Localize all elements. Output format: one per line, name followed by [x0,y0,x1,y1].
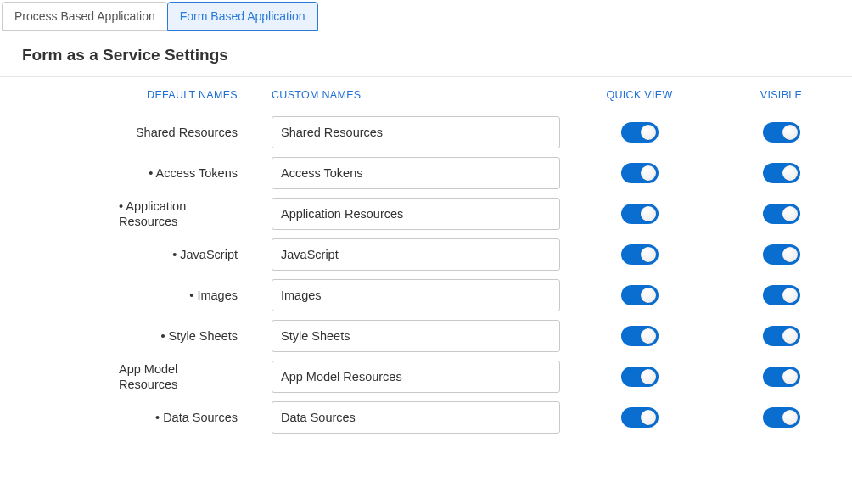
quick-view-cell [569,244,710,265]
quick-view-cell [569,204,710,224]
toggle-knob [782,328,798,344]
visible-cell [710,407,852,428]
toggle-knob [641,206,656,221]
visible-toggle[interactable] [763,204,800,224]
column-header-custom-names: CUSTOM NAMES [272,89,569,108]
column-header-quick-view: QUICK VIEW [569,89,710,108]
default-name-label: • Data Sources [155,410,238,425]
visible-toggle[interactable] [763,163,800,183]
tab-form-based-application[interactable]: Form Based Application [167,2,318,31]
quick-view-toggle[interactable] [621,244,659,265]
quick-view-toggle[interactable] [621,367,659,387]
quick-view-cell [569,163,710,183]
quick-view-toggle[interactable] [621,407,659,428]
toggle-knob [641,165,656,181]
settings-grid: DEFAULT NAMES CUSTOM NAMES QUICK VIEW VI… [0,77,852,434]
row-custom-name-cell [272,116,569,148]
row-custom-name-cell [272,238,569,271]
toggle-knob [641,125,656,140]
toggle-knob [782,247,798,262]
row-default-name: • Images [0,288,272,303]
toggle-knob [782,288,798,303]
quick-view-toggle[interactable] [621,326,659,346]
visible-cell [710,326,852,346]
tab-bar: Process Based Application Form Based App… [0,0,852,31]
row-custom-name-cell [272,320,569,352]
default-name-label: • JavaScript [172,247,238,262]
visible-cell [710,244,852,265]
visible-cell [710,204,852,224]
row-custom-name-cell [272,157,569,189]
row-custom-name-cell [272,361,569,393]
quick-view-cell [569,122,710,143]
row-default-name: Shared Resources [0,125,272,140]
quick-view-toggle[interactable] [621,204,659,224]
default-name-label: App Model Resources [119,361,238,392]
column-header-visible: VISIBLE [710,89,852,108]
toggle-knob [641,410,656,425]
quick-view-cell [569,285,710,305]
toggle-knob [782,125,798,140]
row-custom-name-cell [272,279,569,311]
custom-name-input[interactable] [272,320,560,352]
row-default-name: App Model Resources [0,361,272,392]
default-name-label: • Images [189,288,238,303]
custom-name-input[interactable] [272,361,560,393]
visible-toggle[interactable] [763,326,800,346]
row-default-name: • Application Resources [0,199,272,229]
column-header-default-names: DEFAULT NAMES [0,89,272,108]
custom-name-input[interactable] [272,279,560,311]
page-title: Form as a Service Settings [0,31,852,76]
custom-name-input[interactable] [272,238,560,271]
visible-cell [710,163,852,183]
visible-cell [710,367,852,387]
row-default-name: • Access Tokens [0,165,272,181]
quick-view-cell [569,326,710,346]
row-default-name: • Data Sources [0,410,272,425]
quick-view-cell [569,367,710,387]
row-custom-name-cell [272,198,569,230]
custom-name-input[interactable] [272,157,560,189]
visible-cell [710,285,852,305]
custom-name-input[interactable] [272,198,560,230]
toggle-knob [782,206,798,221]
default-name-label: Shared Resources [136,125,238,140]
toggle-knob [641,247,656,262]
quick-view-toggle[interactable] [621,285,659,305]
default-name-label: • Application Resources [119,199,238,229]
visible-toggle[interactable] [763,367,800,387]
visible-toggle[interactable] [763,122,800,143]
default-name-label: • Style Sheets [160,328,238,344]
tab-process-based-application[interactable]: Process Based Application [2,2,168,31]
toggle-knob [641,288,656,303]
custom-name-input[interactable] [272,116,560,148]
visible-toggle[interactable] [763,244,800,265]
toggle-knob [641,369,656,384]
toggle-knob [782,369,798,384]
custom-name-input[interactable] [272,401,560,434]
toggle-knob [782,410,798,425]
quick-view-toggle[interactable] [621,122,659,143]
quick-view-toggle[interactable] [621,163,659,183]
row-default-name: • JavaScript [0,247,272,262]
visible-toggle[interactable] [763,285,800,305]
row-custom-name-cell [272,401,569,434]
row-default-name: • Style Sheets [0,328,272,344]
toggle-knob [641,328,656,344]
visible-toggle[interactable] [763,407,800,428]
default-name-label: • Access Tokens [149,165,238,181]
quick-view-cell [569,407,710,428]
toggle-knob [782,165,798,181]
visible-cell [710,122,852,143]
